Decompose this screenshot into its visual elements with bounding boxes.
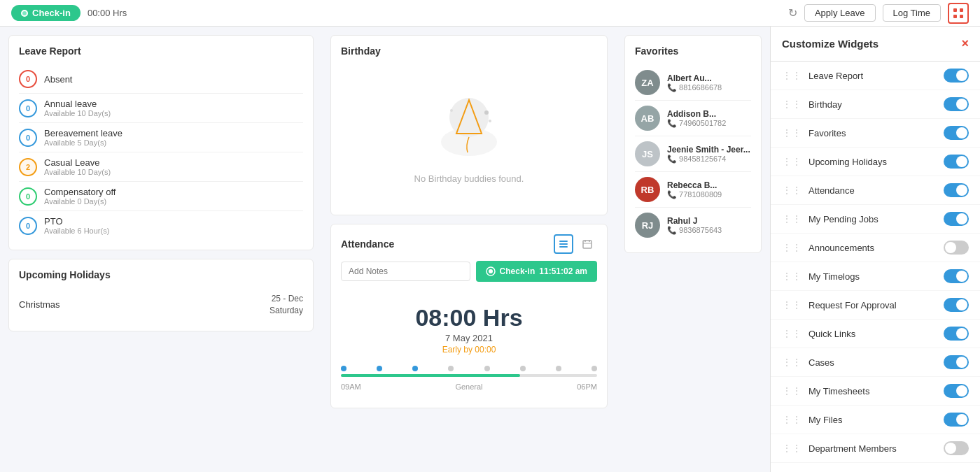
widget-toggle[interactable] [944, 155, 969, 169]
widget-toggle[interactable] [944, 384, 969, 398]
widget-row: ⋮⋮ Leave Report [771, 62, 980, 90]
avatar: RJ [635, 213, 660, 238]
attendance-early: Early by 00:00 [341, 345, 597, 355]
drag-handle-icon[interactable]: ⋮⋮ [782, 385, 802, 396]
checkin-action-button[interactable]: Check-in 11:51:02 am [476, 261, 597, 282]
favorites-title: Favorites [635, 45, 751, 57]
fav-phone: 📞 74960501782 [667, 119, 751, 128]
fav-name: Rahul J [667, 216, 751, 226]
close-panel-button[interactable]: × [961, 36, 969, 51]
favorites-item[interactable]: RB Rebecca B... 📞 7781080809 [635, 172, 751, 208]
drag-handle-icon[interactable]: ⋮⋮ [782, 328, 802, 339]
widget-toggle[interactable] [944, 298, 969, 312]
widget-toggle[interactable] [944, 69, 969, 83]
attendance-tab-list[interactable] [554, 234, 573, 254]
widget-label: My Timesheets [808, 386, 869, 396]
widget-row-left: ⋮⋮ Department Members [782, 443, 897, 454]
leave-info: Bereavement leave Available 5 Day(s) [44, 128, 303, 147]
avatar: JS [635, 141, 660, 166]
favorites-item[interactable]: AB Addison B... 📞 74960501782 [635, 101, 751, 136]
leave-avail: Available 0 Day(s) [44, 197, 303, 206]
timeline-dots [341, 366, 597, 371]
birthday-title: Birthday [341, 45, 597, 57]
drag-handle-icon[interactable]: ⋮⋮ [782, 213, 802, 224]
attendance-card: Attendance [330, 224, 608, 408]
widget-toggle[interactable] [944, 327, 969, 341]
widget-row: ⋮⋮ Birthday [771, 90, 980, 119]
widget-toggle[interactable] [944, 355, 969, 369]
widget-label: Attendance [808, 185, 855, 196]
toggle-knob [956, 127, 967, 138]
svg-point-5 [449, 98, 489, 137]
widget-toggle[interactable] [944, 241, 969, 255]
widget-row: ⋮⋮ My Timesheets [771, 377, 980, 406]
leave-item: 0 PTO Available 6 Hour(s) [19, 211, 303, 240]
widget-toggle[interactable] [944, 413, 969, 427]
widget-label: Cases [808, 357, 834, 368]
drag-handle-icon[interactable]: ⋮⋮ [782, 357, 802, 368]
svg-rect-12 [559, 243, 568, 245]
drag-handle-icon[interactable]: ⋮⋮ [782, 70, 802, 81]
toggle-knob [956, 328, 967, 339]
drag-handle-icon[interactable]: ⋮⋮ [782, 271, 802, 282]
notes-input[interactable] [341, 262, 470, 281]
timeline-labels: 09AM General 06PM [341, 382, 597, 391]
topbar-left: Check-in 00:00 Hrs [11, 5, 127, 21]
leave-name: PTO [44, 216, 303, 227]
drag-handle-icon[interactable]: ⋮⋮ [782, 443, 802, 454]
widget-row-left: ⋮⋮ Favorites [782, 127, 846, 138]
svg-point-8 [484, 110, 489, 115]
attendance-tab-calendar[interactable] [578, 234, 597, 254]
topbar: Check-in 00:00 Hrs ↻ Apply Leave Log Tim… [0, 0, 980, 27]
leave-scroll[interactable]: 0 Absent 0 Annual leave Available 10 Day… [19, 65, 303, 240]
leave-name: Absent [44, 74, 303, 85]
widget-label: My Timelogs [808, 271, 860, 282]
widget-row: ⋮⋮ Favorites [771, 119, 980, 148]
widget-label: Leave Report [808, 71, 863, 81]
favorites-item[interactable]: ZA Albert Au... 📞 8816686678 [635, 65, 751, 101]
svg-rect-11 [559, 241, 568, 242]
widget-row: ⋮⋮ Department Members [771, 434, 980, 463]
favorites-item[interactable]: RJ Rahul J 📞 9836875643 [635, 208, 751, 243]
refresh-icon[interactable]: ↻ [788, 6, 797, 20]
widget-row-left: ⋮⋮ Upcoming Holidays [782, 156, 887, 167]
svg-rect-14 [583, 241, 592, 248]
timeline-bar-bg [341, 374, 597, 377]
panel-header: Customize Widgets × [771, 27, 980, 62]
widget-list: ⋮⋮ Leave Report ⋮⋮ Birthday ⋮⋮ Favorites… [771, 62, 980, 472]
widget-label: Favorites [808, 128, 846, 138]
widget-row: ⋮⋮ Request For Approval [771, 291, 980, 320]
checkin-button[interactable]: Check-in [11, 5, 80, 21]
favorites-item[interactable]: JS Jeenie Smith - Jeer... 📞 98458125674 [635, 136, 751, 172]
widget-toggle[interactable] [944, 126, 969, 140]
drag-handle-icon[interactable]: ⋮⋮ [782, 414, 802, 425]
leave-avail: Available 10 Day(s) [44, 168, 303, 176]
widget-toggle[interactable] [944, 212, 969, 226]
apply-leave-button[interactable]: Apply Leave [804, 4, 876, 22]
drag-handle-icon[interactable]: ⋮⋮ [782, 99, 802, 110]
toggle-knob [956, 271, 967, 282]
widget-row: ⋮⋮ My Timelogs [771, 262, 980, 291]
widget-toggle[interactable] [944, 97, 969, 111]
toggle-knob [945, 242, 956, 253]
log-time-button[interactable]: Log Time [883, 4, 941, 22]
fav-phone: 📞 98458125674 [667, 155, 751, 164]
customize-widgets-button[interactable] [948, 3, 969, 24]
widget-toggle[interactable] [944, 441, 969, 455]
widget-row-left: ⋮⋮ My Timelogs [782, 271, 860, 282]
widget-row: ⋮⋮ My Files [771, 406, 980, 434]
fav-info: Rebecca B... 📞 7781080809 [667, 180, 751, 199]
drag-handle-icon[interactable]: ⋮⋮ [782, 299, 802, 310]
drag-handle-icon[interactable]: ⋮⋮ [782, 185, 802, 196]
widget-row: ⋮⋮ Announcements [771, 234, 980, 262]
drag-handle-icon[interactable]: ⋮⋮ [782, 127, 802, 138]
favorites-card: Favorites ZA Albert Au... 📞 8816686678 A… [624, 35, 762, 253]
drag-handle-icon[interactable]: ⋮⋮ [782, 242, 802, 253]
time-display: 08:00 Hrs 7 May 2021 Early by 00:00 [341, 290, 597, 359]
leave-item: 0 Absent [19, 65, 303, 94]
widget-toggle[interactable] [944, 269, 969, 283]
widget-toggle[interactable] [944, 183, 969, 197]
holiday-name: Christmas [19, 299, 60, 310]
drag-handle-icon[interactable]: ⋮⋮ [782, 156, 802, 167]
leave-avail: Available 6 Hour(s) [44, 227, 303, 235]
